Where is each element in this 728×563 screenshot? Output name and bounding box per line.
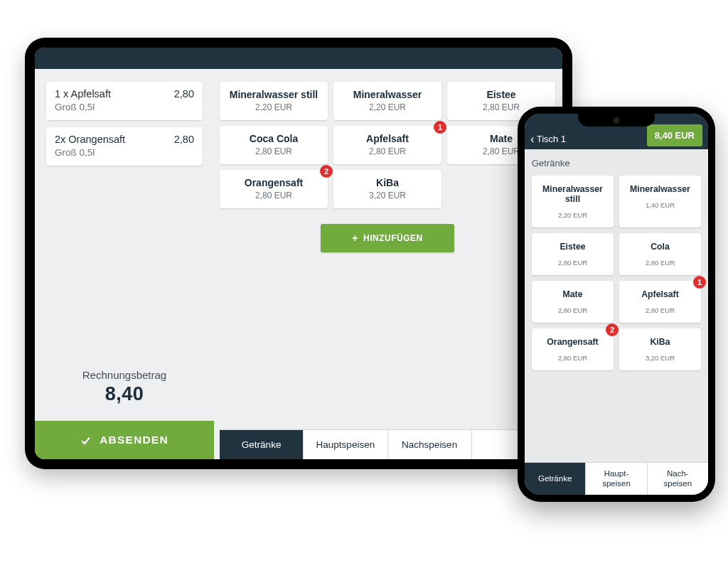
product-price: 1,40 EUR [622, 201, 698, 209]
back-label: Tisch 1 [537, 134, 566, 144]
tab-nachspeisen[interactable]: Nach-speisen [648, 463, 708, 495]
order-panel: 1 x Apfelsaft 2,80 Groß 0,5l 2x Orangens… [35, 69, 214, 459]
product-tile[interactable]: Mineralwasser 2,20 EUR [333, 82, 441, 120]
product-tile[interactable]: 1 Apfelsaft 2,80 EUR [333, 126, 441, 164]
product-price: 2,80 EUR [338, 146, 437, 156]
product-price: 2,20 EUR [535, 211, 611, 219]
product-grid: Mineralwasser still 2,20 EUR Mineralwass… [220, 82, 555, 208]
total-value: 8,40 [46, 383, 203, 405]
tab-hauptspeisen[interactable]: Haupt-speisen [586, 463, 647, 495]
plus-icon: + [352, 232, 358, 244]
product-name: KiBa [338, 177, 437, 188]
product-name: Mineralwasser still [535, 184, 611, 204]
product-tile[interactable]: 2 Orangensaft 2,80 EUR [532, 328, 614, 370]
order-item-price: 2,80 [174, 134, 194, 145]
product-name: Mineralwasser [338, 89, 437, 100]
product-tile[interactable]: Mineralwasser still 2,20 EUR [532, 176, 614, 227]
quantity-badge: 1 [434, 121, 446, 134]
tablet-topbar [35, 48, 562, 69]
product-price: 2,20 EUR [224, 102, 323, 112]
order-item-title: 2x Orangensaft [55, 134, 125, 145]
tablet-body: 1 x Apfelsaft 2,80 Groß 0,5l 2x Orangens… [35, 69, 562, 459]
product-price: 2,80 EUR [535, 259, 611, 267]
order-item-title: 1 x Apfelsaft [55, 88, 111, 100]
product-name: KiBa [622, 337, 698, 347]
quantity-badge: 2 [320, 165, 333, 178]
order-item-sub: Groß 0,5l [55, 147, 194, 158]
product-price: 2,80 EUR [622, 306, 698, 314]
tab-nachspeisen[interactable]: Nachspeisen [388, 430, 472, 459]
product-name: Cola [622, 242, 698, 252]
phone-frame: ‹ Tisch 1 8,40 EUR Getränke Mineralwasse… [518, 107, 715, 502]
product-tile[interactable]: Eistee 2,80 EUR [532, 233, 614, 275]
add-button-label: HINZUFÜGEN [363, 233, 423, 243]
phone-category-tabs: Getränke Haupt-speisen Nach-speisen [525, 462, 708, 495]
product-tile[interactable]: Mineralwasser 1,40 EUR [619, 176, 701, 227]
product-price: 2,80 EUR [224, 146, 323, 156]
phone-body: Getränke Mineralwasser still 2,20 EUR Mi… [525, 149, 708, 462]
product-name: Mineralwasser still [224, 89, 323, 100]
product-name: Mineralwasser [622, 184, 698, 194]
phone-screen: ‹ Tisch 1 8,40 EUR Getränke Mineralwasse… [525, 114, 708, 495]
product-name: Coca Cola [224, 133, 323, 144]
product-tile[interactable]: KiBa 3,20 EUR [619, 328, 701, 370]
tablet-screen: 1 x Apfelsaft 2,80 Groß 0,5l 2x Orangens… [35, 48, 562, 459]
tablet-frame: 1 x Apfelsaft 2,80 Groß 0,5l 2x Orangens… [25, 38, 572, 469]
order-item[interactable]: 1 x Apfelsaft 2,80 Groß 0,5l [46, 82, 203, 120]
send-button-label: ABSENDEN [100, 434, 168, 446]
add-button[interactable]: + HINZUFÜGEN [321, 224, 454, 252]
phone-notch [578, 114, 655, 127]
product-name: Eistee [535, 242, 611, 252]
product-name: Apfelsaft [338, 133, 437, 144]
product-price: 2,80 EUR [535, 306, 611, 314]
product-tile[interactable]: Mate 2,80 EUR [532, 281, 614, 323]
send-button[interactable]: ABSENDEN [35, 421, 214, 459]
product-panel: Mineralwasser still 2,20 EUR Mineralwass… [214, 69, 562, 459]
tab-getraenke[interactable]: Getränke [220, 430, 304, 459]
product-tile[interactable]: 1 Apfelsaft 2,80 EUR [619, 281, 701, 323]
product-price: 3,20 EUR [622, 354, 698, 362]
product-name: Mate [535, 289, 611, 299]
product-name: Orangensaft [224, 177, 323, 188]
product-name: Eistee [451, 89, 551, 100]
product-name: Apfelsaft [622, 289, 698, 299]
phone-product-grid: Mineralwasser still 2,20 EUR Mineralwass… [532, 176, 701, 370]
back-button[interactable]: ‹ Tisch 1 [530, 133, 566, 145]
category-tabs: Getränke Hauptspeisen Nachspeisen [220, 429, 555, 459]
product-tile[interactable]: Coca Cola 2,80 EUR [220, 126, 328, 164]
category-label: Getränke [532, 158, 701, 168]
total-button[interactable]: 8,40 EUR [647, 124, 702, 146]
product-price: 3,20 EUR [338, 191, 437, 200]
product-tile[interactable]: KiBa 3,20 EUR [333, 170, 441, 208]
quantity-badge: 1 [693, 276, 706, 289]
product-tile[interactable]: Mineralwasser still 2,20 EUR [220, 82, 328, 120]
tab-hauptspeisen[interactable]: Hauptspeisen [304, 430, 387, 459]
product-name: Orangensaft [535, 337, 611, 347]
product-price: 2,80 EUR [224, 191, 323, 200]
quantity-badge: 2 [606, 323, 619, 336]
tab-getraenke[interactable]: Getränke [525, 463, 586, 495]
product-price: 2,20 EUR [338, 102, 437, 112]
order-item-price: 2,80 [174, 88, 194, 100]
product-price: 2,80 EUR [622, 259, 698, 267]
order-item[interactable]: 2x Orangensaft 2,80 Groß 0,5l [46, 127, 203, 166]
product-tile[interactable]: Cola 2,80 EUR [619, 233, 701, 275]
order-item-sub: Groß 0,5l [55, 102, 194, 112]
total-block: Rechnungsbetrag 8,40 [46, 369, 203, 421]
check-icon [80, 435, 91, 446]
product-price: 2,80 EUR [535, 354, 611, 362]
total-label: Rechnungsbetrag [46, 369, 203, 381]
chevron-left-icon: ‹ [530, 133, 535, 145]
product-tile[interactable]: 2 Orangensaft 2,80 EUR [220, 170, 328, 208]
